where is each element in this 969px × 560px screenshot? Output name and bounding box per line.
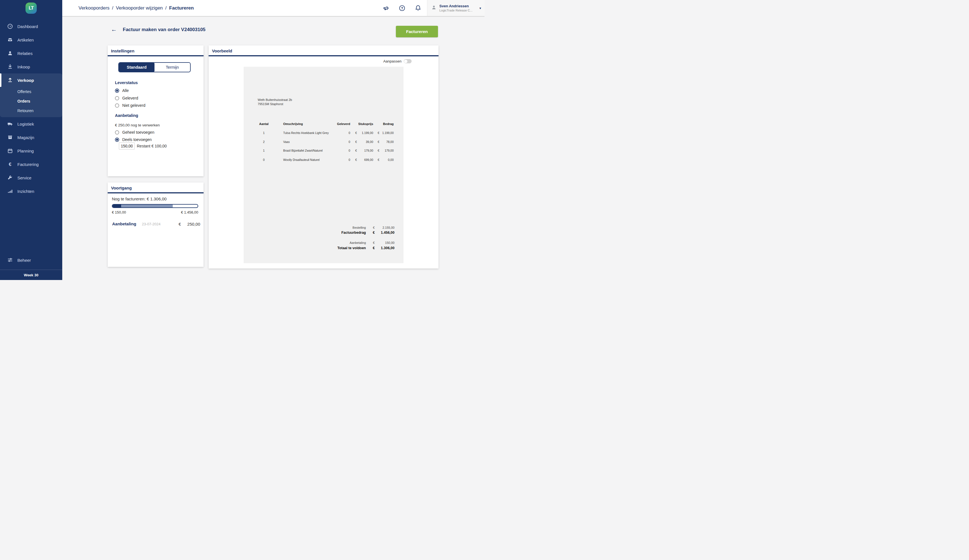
cell-qty: 2 xyxy=(256,140,272,143)
total-value: 1.456,00 xyxy=(375,231,395,234)
radio-label: Niet geleverd xyxy=(122,103,145,108)
sidebar-item-label: Inzichten xyxy=(17,189,34,194)
progress-max-label: € 1.456,00 xyxy=(181,210,198,214)
progress-segment-pending xyxy=(121,204,173,208)
service-icon xyxy=(7,175,13,181)
sidebar-item-label: Magazijn xyxy=(17,135,34,140)
col-header-geleverd: Geleverd xyxy=(331,122,350,126)
aanpassen-control: Aanpassen xyxy=(383,59,411,63)
sidebar-item-relaties[interactable]: Relaties xyxy=(0,47,62,60)
total-value: 1.306,00 xyxy=(375,246,395,250)
cell-desc: Brasil Bijzettafel Zwart/Naturel xyxy=(283,149,334,152)
total-row-factuurbedrag: Factuurbedrag € 1.456,00 xyxy=(244,231,403,235)
invoice-table-header: Aantal Omschrijving Geleverd Stuksprijs … xyxy=(244,122,403,126)
sidebar-item-magazijn[interactable]: Magazijn xyxy=(0,131,62,144)
radio-label: Alle xyxy=(122,88,129,93)
invoice-table-row: 1 Tulsa Rechts Hoekbank Light Grey 0 € 1… xyxy=(244,131,403,135)
settings-sliders-icon xyxy=(7,257,13,263)
user-menu[interactable]: Sven Andriessen LogicTrade Release C... … xyxy=(427,0,484,16)
cell-desc: Tulsa Rechts Hoekbank Light Grey xyxy=(283,131,334,135)
tab-termijn[interactable]: Termijn xyxy=(155,63,190,72)
deposit-amount-input[interactable] xyxy=(119,142,135,150)
sidebar-item-facturering[interactable]: € Facturering xyxy=(0,158,62,171)
progress-segment-paid xyxy=(112,204,121,208)
radio-deels-toevoegen[interactable]: Deels toevoegen xyxy=(115,137,152,142)
user-organization: LogicTrade Release C... xyxy=(440,8,473,12)
week-indicator: Week 30 xyxy=(0,270,62,280)
instellingen-panel: Instellingen Standaard Termijn Leverstat… xyxy=(108,45,203,176)
panel-divider xyxy=(208,55,438,56)
notification-bell-icon[interactable] xyxy=(415,5,421,12)
logictrade-logo[interactable]: LT xyxy=(25,3,37,14)
radio-geheel-toevoegen[interactable]: Geheel toevoegen xyxy=(115,130,154,135)
sidebar-subitem-offertes[interactable]: Offertes xyxy=(0,87,62,96)
radio-geleverd[interactable]: Geleverd xyxy=(115,96,138,100)
col-header-omschrijving: Omschrijving xyxy=(283,122,334,126)
page-title: Factuur maken van order V24003105 xyxy=(123,27,205,33)
purchase-icon xyxy=(7,64,13,70)
deposit-date: 23-07-2024 xyxy=(142,222,161,226)
voortgang-panel: Voortgang Nog te factureren: € 1.306,00 … xyxy=(108,183,203,267)
sidebar-item-dashboard[interactable]: Dashboard xyxy=(0,20,62,33)
radio-alle[interactable]: Alle xyxy=(115,88,129,93)
sidebar-item-logistiek[interactable]: Logistiek xyxy=(0,117,62,131)
total-row-totaal-te-voldoen: Totaal te voldoen € 1.306,00 xyxy=(244,246,403,250)
restant-label: Restant € 100,00 xyxy=(137,144,167,148)
radio-button[interactable] xyxy=(115,103,119,108)
factureren-button[interactable]: Factureren xyxy=(396,26,438,37)
cell-amount: 0,00 xyxy=(380,158,394,161)
cell-desc: Woolly Draaifauteuil Naturel xyxy=(283,158,334,161)
sidebar-item-label: Inkoop xyxy=(17,65,30,69)
sidebar-item-verkoop[interactable]: Verkoop xyxy=(0,73,62,87)
aanpassen-toggle[interactable] xyxy=(404,59,411,63)
help-icon[interactable]: ? xyxy=(399,5,405,12)
subitem-label: Orders xyxy=(17,99,30,103)
panel-divider xyxy=(108,55,203,56)
invoicing-icon: € xyxy=(7,161,13,167)
panel-divider xyxy=(108,192,203,193)
sidebar-item-service[interactable]: Service xyxy=(0,171,62,184)
user-name: Sven Andriessen xyxy=(440,4,473,8)
invoice-address-line1: Weth Buitenhuisstraat 2b xyxy=(258,98,292,101)
sidebar-subitem-retouren[interactable]: Retouren xyxy=(0,106,62,115)
breadcrumb-factureren: Factureren xyxy=(169,5,194,11)
voorbeeld-panel: Voorbeeld Aanpassen Weth Buitenhuisstraa… xyxy=(208,45,438,269)
radio-button[interactable] xyxy=(115,96,119,100)
svg-text:?: ? xyxy=(401,6,403,10)
radio-button-selected[interactable] xyxy=(115,138,119,142)
cell-amount: 1.199,00 xyxy=(380,131,394,135)
sidebar-item-planning[interactable]: Planning xyxy=(0,144,62,158)
toggle-knob xyxy=(404,60,407,63)
cell-price: 699,00 xyxy=(357,158,373,161)
invoice-table-row: 1 Brasil Bijzettafel Zwart/Naturel 0 € 1… xyxy=(244,149,403,153)
total-label: Factuurbedrag xyxy=(324,231,366,234)
sidebar-item-beheer[interactable]: Beheer xyxy=(0,253,62,267)
sidebar-item-label: Logistiek xyxy=(17,121,34,126)
sidebar-subitem-orders[interactable]: Orders xyxy=(0,96,62,106)
cell-qty: 1 xyxy=(256,149,272,152)
radio-niet-geleverd[interactable]: Niet geleverd xyxy=(115,103,145,108)
total-value: 150,00 xyxy=(375,241,395,244)
cell-price: 1.199,00 xyxy=(357,131,373,135)
tab-standaard[interactable]: Standaard xyxy=(119,63,155,72)
articles-icon xyxy=(7,37,13,43)
radio-button[interactable] xyxy=(115,130,119,135)
announcement-icon[interactable] xyxy=(383,5,390,12)
sidebar-item-inkoop[interactable]: Inkoop xyxy=(0,60,62,73)
verkoop-submenu: Offertes Orders Retouren xyxy=(0,87,62,117)
cell-qty: 0 xyxy=(256,158,272,161)
back-button[interactable]: ← xyxy=(111,26,117,33)
sales-icon xyxy=(7,77,13,83)
sidebar-item-label: Dashboard xyxy=(17,24,38,29)
remaining-amount: Nog te factureren: € 1.306,00 xyxy=(112,196,166,201)
sidebar-item-inzichten[interactable]: Inzichten xyxy=(0,184,62,198)
cell-desc: Vaas xyxy=(283,140,334,143)
insights-icon xyxy=(7,188,13,194)
cell-price: 39,00 xyxy=(357,140,373,143)
radio-button-selected[interactable] xyxy=(115,88,119,93)
breadcrumb-verkooporders[interactable]: Verkooporders xyxy=(78,5,110,11)
breadcrumb-verkooporder-wijzigen[interactable]: Verkooporder wijzigen xyxy=(116,5,163,11)
sidebar-item-artikelen[interactable]: Artikelen xyxy=(0,33,62,47)
active-indicator xyxy=(0,73,2,87)
deposit-amount: 250,00 xyxy=(175,222,200,226)
